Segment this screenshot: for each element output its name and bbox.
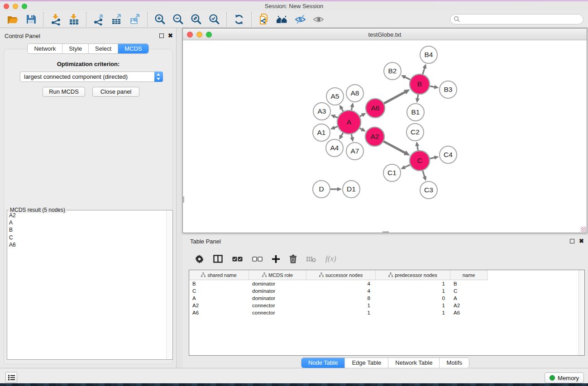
open-session-button[interactable] bbox=[4, 12, 22, 27]
graph-edge-B-B2[interactable] bbox=[401, 75, 410, 80]
mcds-result-item[interactable]: A bbox=[9, 219, 166, 226]
graph-node-A3[interactable]: A3 bbox=[313, 103, 330, 120]
export-image-button[interactable] bbox=[126, 12, 144, 27]
graph-edge-A-A4[interactable] bbox=[339, 133, 343, 140]
import-network-button[interactable] bbox=[47, 12, 65, 27]
table-cell[interactable]: A bbox=[189, 295, 249, 302]
table-cell[interactable]: 1 bbox=[306, 302, 376, 309]
graph-node-A7[interactable]: A7 bbox=[346, 143, 363, 160]
float-panel-icon[interactable] bbox=[570, 239, 574, 243]
table-cell[interactable]: A2 bbox=[450, 302, 488, 309]
resize-grip-icon[interactable] bbox=[581, 227, 586, 232]
table-cell[interactable]: dominator bbox=[249, 280, 306, 287]
search-input[interactable] bbox=[450, 14, 583, 24]
graph-node-B3[interactable]: B3 bbox=[440, 81, 457, 98]
refresh-button[interactable] bbox=[230, 12, 248, 27]
delete-row-button[interactable] bbox=[289, 254, 297, 263]
table-settings-button[interactable] bbox=[195, 255, 204, 263]
select-all-button[interactable] bbox=[232, 257, 243, 262]
table-cell[interactable]: A6 bbox=[450, 309, 488, 316]
graph-edge-A2-C[interactable] bbox=[383, 141, 410, 155]
column-header-name[interactable]: name bbox=[450, 270, 488, 280]
tab-select[interactable]: Select bbox=[88, 44, 118, 53]
graph-node-B1[interactable]: B1 bbox=[407, 104, 424, 121]
close-panel-icon[interactable]: ✖ bbox=[579, 239, 584, 243]
tab-network-table[interactable]: Network Table bbox=[388, 358, 439, 368]
table-scrollbar[interactable] bbox=[578, 270, 584, 355]
table-row[interactable]: Bdominator41B bbox=[189, 280, 584, 287]
column-header-predecessor-nodes[interactable]: predecessor nodes bbox=[376, 270, 450, 280]
function-builder-button[interactable]: f(x) bbox=[325, 254, 336, 263]
mcds-result-item[interactable]: B bbox=[9, 226, 166, 234]
zoom-out-button[interactable] bbox=[169, 12, 187, 27]
graph-edge-A-A8[interactable] bbox=[350, 103, 354, 110]
graph-edge-B-B1[interactable] bbox=[416, 95, 420, 103]
mcds-list-scrollbar[interactable] bbox=[166, 210, 172, 359]
graph-edge-A6-B[interactable] bbox=[384, 89, 410, 103]
graph-node-B[interactable]: B bbox=[410, 74, 430, 94]
graph-edge-B-B4[interactable] bbox=[422, 64, 426, 74]
graph-edge-A-A3[interactable] bbox=[330, 114, 337, 119]
tab-edge-table[interactable]: Edge Table bbox=[344, 358, 388, 368]
table-cell[interactable]: 1 bbox=[376, 309, 450, 316]
graph-edge-A-A2[interactable] bbox=[360, 128, 366, 132]
tab-mcds[interactable]: MCDS bbox=[118, 44, 148, 53]
graph-node-C2[interactable]: C2 bbox=[406, 124, 424, 141]
open-network-file-button[interactable] bbox=[255, 12, 273, 27]
graph-node-A1[interactable]: A1 bbox=[313, 124, 330, 141]
run-mcds-button[interactable]: Run MCDS bbox=[43, 87, 85, 97]
close-panel-icon[interactable]: ✖ bbox=[168, 33, 173, 38]
table-cell[interactable]: A bbox=[450, 295, 488, 302]
table-cell[interactable]: A6 bbox=[189, 309, 249, 316]
graph-node-D1[interactable]: D1 bbox=[343, 181, 360, 198]
table-cell[interactable]: 1 bbox=[306, 309, 376, 316]
zoom-in-button[interactable] bbox=[151, 12, 169, 27]
mcds-result-item[interactable]: C bbox=[9, 234, 166, 241]
float-panel-icon[interactable] bbox=[159, 33, 164, 38]
table-cell[interactable]: 1 bbox=[376, 302, 450, 309]
graph-edge-C-C2[interactable] bbox=[415, 142, 419, 151]
graph-node-C1[interactable]: C1 bbox=[383, 164, 401, 181]
export-table-button[interactable] bbox=[108, 12, 126, 27]
show-graphics-details-button[interactable] bbox=[309, 12, 327, 27]
column-header-successor-nodes[interactable]: successor nodes bbox=[306, 270, 376, 280]
tab-node-table[interactable]: Node Table bbox=[301, 358, 345, 368]
table-cell[interactable]: B bbox=[450, 280, 488, 287]
memory-button[interactable]: Memory bbox=[545, 372, 584, 383]
graph-node-B2[interactable]: B2 bbox=[384, 62, 401, 80]
network-canvas[interactable]: B4B2BB3A5A8A6B1A3AA1A2C2A4A7CC4C1C3DD1 bbox=[183, 40, 587, 233]
graph-edge-A-A6[interactable] bbox=[360, 113, 366, 117]
table-cell[interactable]: C bbox=[450, 287, 488, 295]
close-panel-button[interactable]: Close panel bbox=[92, 87, 139, 97]
graph-node-C[interactable]: C bbox=[410, 151, 430, 171]
graph-edge-D-D1[interactable] bbox=[330, 187, 342, 191]
graph-node-A[interactable]: A bbox=[337, 110, 361, 134]
graph-node-A2[interactable]: A2 bbox=[365, 127, 384, 146]
hide-graphics-details-button[interactable] bbox=[291, 12, 309, 27]
graph-node-C3[interactable]: C3 bbox=[420, 181, 437, 199]
tab-motifs[interactable]: Motifs bbox=[439, 358, 469, 368]
graph-edge-B-B3[interactable] bbox=[430, 85, 439, 89]
tab-network[interactable]: Network bbox=[28, 44, 62, 53]
table-row[interactable]: Adominator80A bbox=[189, 295, 584, 302]
home-button[interactable] bbox=[273, 12, 291, 27]
table-cell[interactable]: 4 bbox=[306, 280, 376, 287]
table-row[interactable]: A6connector11A6 bbox=[189, 309, 584, 316]
table-cell[interactable]: 8 bbox=[306, 295, 376, 302]
column-header-shared-name[interactable]: shared name bbox=[189, 270, 249, 280]
graph-node-D[interactable]: D bbox=[313, 181, 330, 198]
table-cell[interactable]: connector bbox=[249, 302, 306, 309]
graph-edge-C-C4[interactable] bbox=[430, 156, 439, 160]
graph-edge-A-A1[interactable] bbox=[330, 126, 338, 130]
delete-table-button[interactable] bbox=[306, 256, 316, 262]
graph-edge-A-A7[interactable] bbox=[350, 134, 354, 142]
tab-style[interactable]: Style bbox=[62, 44, 88, 53]
zoom-fit-button[interactable] bbox=[187, 12, 205, 27]
graph-node-A5[interactable]: A5 bbox=[326, 88, 344, 105]
column-header-mcds-role[interactable]: MCDS role bbox=[249, 270, 306, 280]
network-window-titlebar[interactable]: testGlobe.txt bbox=[183, 29, 587, 40]
mcds-result-item[interactable]: A6 bbox=[9, 241, 166, 248]
graph-edge-C-C1[interactable] bbox=[401, 165, 410, 169]
criterion-dropdown[interactable]: largest connected component (directed) bbox=[20, 71, 163, 82]
network-graph[interactable]: B4B2BB3A5A8A6B1A3AA1A2C2A4A7CC4C1C3DD1 bbox=[183, 40, 587, 233]
